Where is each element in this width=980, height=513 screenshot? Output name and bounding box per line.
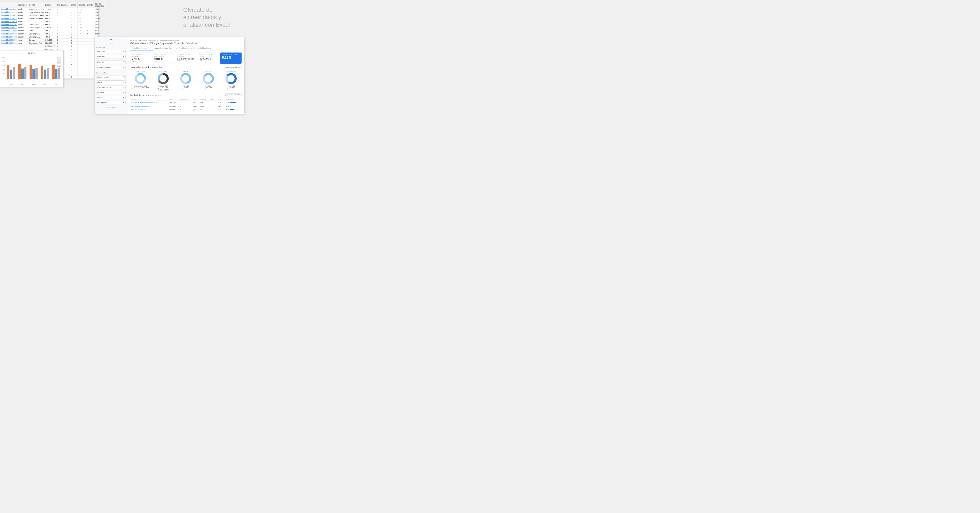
col-header-operacion: operación [17, 2, 28, 8]
planta-cell: 1 [86, 11, 94, 14]
donut-tipo-propiedad: tipo propiedad piso 470€ chalet 800€ [221, 71, 242, 91]
chart-filter-icon[interactable]: ▼ [57, 65, 61, 68]
property-link[interactable]: inmueble/102515098/ [0, 38, 17, 41]
size-cell: 70 [77, 23, 86, 26]
sidebar-filter-tipo-inmueble[interactable]: tipo de inmueble [96, 75, 126, 79]
sidebar: Localización Barcelona Barcelona Example… [95, 37, 127, 114]
property-link[interactable]: inmueble/102509270/ [0, 17, 17, 20]
disponible-button-listing[interactable]: ¿sigue disponible? ▾ [224, 93, 242, 97]
property-link[interactable]: inmueble/102431646/ [0, 23, 17, 26]
list-item: Calle del Guadiana ⧉ 90.000€ 3 piso true… [130, 108, 242, 111]
property-link[interactable]: inmueble/98964035/ [0, 35, 17, 38]
chart-label-sep: Sep [43, 83, 46, 85]
property-link[interactable]: inmueble/102508598/ [0, 14, 17, 17]
th-rentabilidad: rentabilidad [225, 98, 242, 101]
property-link[interactable]: inmueble/88624567/ [0, 8, 17, 11]
size-cell: 126 [77, 8, 86, 11]
th-inmueble: inmueble [130, 98, 168, 101]
planta-cell [86, 41, 94, 45]
price-cell: 450 € [44, 35, 56, 38]
table-row: inmueble/102508369/ alquiler 350 € 2 1 9… [0, 20, 105, 23]
tipo-cell: piso [94, 29, 105, 32]
sidebar-localizacion-label: Localización [96, 46, 126, 48]
sidebar-select-barrio1[interactable]: Example [96, 60, 126, 64]
chart-title: Gráfico [2, 52, 62, 54]
table-row: inmueble/88624567/ alquiler Vistahermosa… [0, 8, 105, 11]
listing-price: 115.000€ [168, 104, 180, 108]
size-cell: 50 [77, 32, 86, 35]
table-row: inmueble/102508732/ alquiler Martín Migu… [0, 26, 105, 29]
listing-property-link[interactable]: barrio El Baix Guinardó ⧉ [130, 104, 168, 108]
property-link[interactable]: inmueble/102508732/ [0, 26, 17, 29]
tab-alquiler[interactable]: rentabilidad en alquiler [130, 46, 153, 51]
tab-habitaciones[interactable]: rentabilidad para alquiler por habitacio… [174, 46, 213, 51]
listing-property-link[interactable]: Calle del Guadiana ⧉ [130, 108, 168, 111]
size-cell: 85 [77, 17, 86, 20]
district-cell: Vistahermosa - Fuente [28, 23, 44, 26]
sidebar-filter-ascensor[interactable]: ascensor [96, 91, 126, 94]
op-cell: alquiler [17, 35, 28, 38]
th-habitaciones: habitaciones [180, 98, 193, 101]
listing-property-link[interactable]: Gran Via de les corts catalanes, 6 ⧉ [130, 100, 168, 104]
sidebar-filter-habitaciones[interactable]: nº de habitaciones [96, 86, 126, 89]
sidebar-select-ciudad2[interactable]: Barcelona [96, 55, 126, 59]
th-precio: precio [168, 98, 180, 101]
main-content: Barcelona > Barcelona > Example > L'Anti… [127, 37, 244, 114]
disponible-button-characteristics[interactable]: ¿sigue disponible? ▾ [224, 66, 242, 69]
district-cell: Barbate [28, 38, 44, 41]
col-header-precio: precio [44, 2, 56, 8]
tipo-cell: piso [94, 11, 105, 14]
property-link[interactable]: inmueble/97775085/ [0, 29, 17, 32]
banos-cell: 1 [70, 14, 78, 17]
op-cell: alquiler [17, 29, 28, 32]
dashboard-panel: Localización Barcelona Barcelona Example… [94, 37, 244, 114]
size-cell: 50 [77, 29, 86, 32]
sidebar-caracteristicas-label: Características [96, 72, 126, 74]
size-cell: 85 [77, 11, 86, 14]
sidebar-filter-planta[interactable]: planta [96, 80, 126, 84]
hab-cell: 2 [56, 17, 70, 20]
district-cell: Sotogrande Alto [28, 41, 44, 45]
tab-flips[interactable]: rentabilidad para flips [153, 46, 175, 51]
property-link[interactable]: inmueble/102507580/ [0, 32, 17, 35]
donut-exterior: exterior Si 525€ NO 480€ [175, 71, 196, 91]
op-cell: alquiler [17, 17, 28, 20]
stat-precio-alquiler: PRECIO MEDIO ALQUILER 750 € 20€/m2 [130, 52, 151, 64]
listing-planta: 1 [210, 104, 217, 108]
col-header-tipo: tipo de propiedad [94, 2, 105, 8]
planta-cell: 0 [86, 32, 94, 35]
sidebar-filter-banos[interactable]: baños [96, 96, 126, 99]
op-cell: alquiler [17, 26, 28, 29]
district-cell: Centro-Calzada-Cabo N [28, 17, 44, 20]
donut-row: % con ascensor con ascensor 520€ sin asc… [130, 71, 242, 91]
th-ascensor: ascensor [199, 98, 210, 101]
listing-tipo: casa [193, 104, 200, 108]
planta-cell [86, 26, 94, 29]
price-cell: 2.400 € [44, 26, 56, 29]
district-cell: Conil [28, 29, 44, 32]
property-link[interactable]: inmueble/102514909/ [0, 41, 17, 45]
op-cell: alquiler [17, 20, 28, 23]
property-link[interactable]: inmueble/95229295/ [0, 11, 17, 14]
chart-add-icon[interactable]: + [57, 57, 61, 60]
banos-cell: 2 [70, 26, 78, 29]
price-cell: 820.000 € [44, 41, 56, 45]
th-planta: planta [210, 98, 217, 101]
hab-cell: 2 [56, 38, 70, 41]
clear-filters-button[interactable]: Borrar filtros [96, 106, 126, 108]
property-link[interactable]: inmueble/102508369/ [0, 20, 17, 23]
tipo-cell: chalet [94, 32, 105, 35]
district-cell: Valdelagrana [28, 32, 44, 35]
donut-ascensor: % con ascensor con ascensor 520€ sin asc… [130, 71, 151, 91]
sidebar-select-ciudad1[interactable]: Barcelona [96, 50, 126, 53]
chart-label-aug: Aug [32, 83, 35, 85]
banos-cell: 1 [70, 23, 78, 26]
banos-cell: 1 [70, 11, 78, 14]
sidebar-filter-nokupados[interactable]: no okupados [96, 101, 126, 105]
tipo-cell: chalet [94, 17, 105, 20]
hab-cell: 2 [56, 14, 70, 17]
chart-edit-icon[interactable]: ✎ [57, 61, 61, 64]
chart-label-oct: Oct [55, 83, 57, 85]
listing-ascensor: true [199, 100, 210, 104]
sidebar-select-barrio2[interactable]: L'Antiga Esquema d... [96, 66, 126, 69]
